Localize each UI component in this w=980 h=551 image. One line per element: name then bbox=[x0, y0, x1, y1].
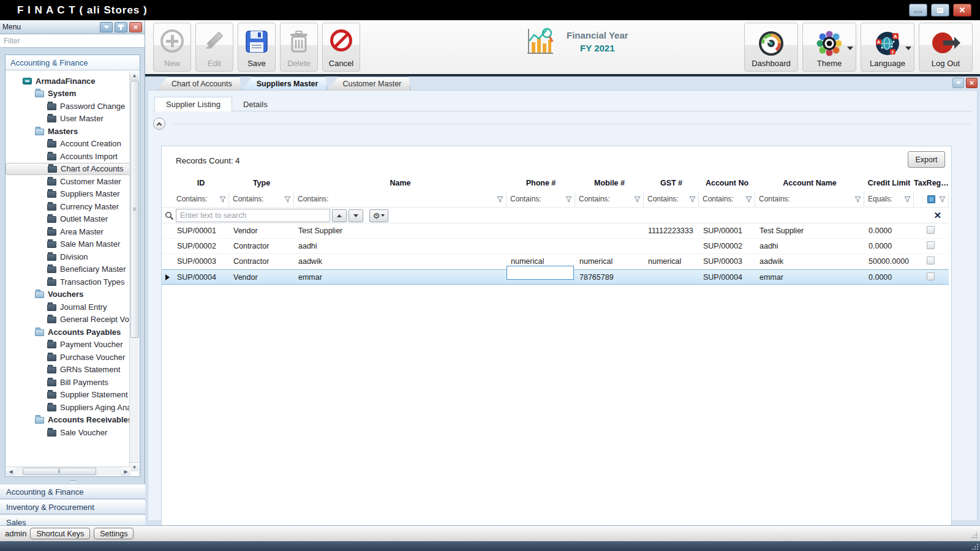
filter-account-no[interactable]: Contains: bbox=[699, 191, 755, 207]
funnel-icon[interactable] bbox=[689, 196, 696, 203]
tree-item[interactable]: Division bbox=[6, 250, 130, 263]
cell-account-no[interactable]: SUP/00003 bbox=[699, 257, 755, 266]
phone-edit-box[interactable] bbox=[507, 266, 574, 280]
tree-item[interactable]: Accounts Payables bbox=[6, 326, 130, 339]
subtab[interactable]: Supplier Listing bbox=[154, 97, 232, 111]
sidebar-splitter[interactable] bbox=[0, 478, 145, 484]
cell-type[interactable]: Contractor bbox=[229, 257, 294, 266]
cell-name[interactable]: aadhi bbox=[294, 242, 507, 250]
tax-filter-checkbox[interactable] bbox=[927, 195, 935, 203]
tree-item[interactable]: Bill Payments bbox=[6, 376, 130, 389]
tree-item[interactable]: Purchase Voucher bbox=[6, 351, 130, 364]
cell-account-name[interactable]: aadwik bbox=[755, 257, 864, 266]
funnel-icon[interactable] bbox=[497, 196, 503, 203]
cell-credit-limit[interactable]: 0.0000 bbox=[864, 227, 914, 235]
tree-horizontal-scrollbar[interactable]: ◀ ▶ bbox=[6, 467, 130, 476]
dropdown-arrow-icon[interactable] bbox=[905, 47, 911, 50]
tree-item[interactable]: Masters bbox=[6, 125, 130, 138]
cell-name[interactable]: aadwik bbox=[294, 257, 507, 266]
filter-id[interactable]: Contains: bbox=[173, 191, 229, 207]
sidebar-panel-header[interactable]: Inventory & Procurement bbox=[0, 500, 145, 514]
tree-vertical-scrollbar[interactable]: ▲ ▼ bbox=[129, 71, 139, 471]
tree-item[interactable]: Accounts Import bbox=[6, 150, 130, 163]
clear-filter-button[interactable]: ✕ bbox=[933, 210, 941, 221]
cell-phone[interactable] bbox=[507, 227, 575, 235]
cell-credit-limit[interactable]: 0.0000 bbox=[864, 273, 914, 282]
cancel-button[interactable]: Cancel bbox=[322, 23, 360, 72]
funnel-icon[interactable] bbox=[939, 196, 946, 203]
cell-name[interactable]: Test Supplier bbox=[294, 227, 507, 235]
scroll-up-button[interactable]: ▲ bbox=[130, 71, 139, 80]
funnel-icon[interactable] bbox=[745, 196, 752, 203]
cell-type[interactable]: Contractor bbox=[229, 242, 294, 250]
scrollbar-thumb[interactable] bbox=[130, 81, 139, 338]
tree-item[interactable]: Beneficiary Master bbox=[6, 263, 130, 276]
funnel-icon[interactable] bbox=[854, 196, 861, 203]
tree-item[interactable]: General Receipt Vou... bbox=[6, 313, 130, 326]
column-header-id[interactable]: ID bbox=[173, 179, 229, 187]
funnel-icon[interactable] bbox=[219, 196, 226, 203]
export-button[interactable]: Export bbox=[908, 151, 945, 168]
cell-credit-limit[interactable]: 50000.0000 bbox=[864, 257, 914, 266]
tree-item[interactable]: Outlet Master bbox=[6, 213, 130, 226]
subtab[interactable]: Details bbox=[232, 97, 279, 111]
filter-gst[interactable]: Contains: bbox=[644, 191, 699, 207]
search-prev-button[interactable] bbox=[332, 209, 347, 222]
search-input[interactable] bbox=[176, 209, 330, 222]
tree-item[interactable]: Suppliers Aging Anal... bbox=[6, 401, 130, 414]
sidebar-panel-header[interactable]: Accounting & Finance bbox=[0, 484, 145, 499]
theme-button[interactable]: Theme bbox=[802, 23, 856, 72]
tree-item[interactable]: Sale Voucher bbox=[6, 426, 130, 439]
tree-item[interactable]: Account Creation bbox=[6, 138, 130, 151]
tree-item[interactable]: Area Master bbox=[6, 225, 130, 238]
cell-mobile[interactable]: 78765789 bbox=[575, 273, 644, 282]
column-header-mobile[interactable]: Mobile # bbox=[575, 179, 644, 187]
new-button[interactable]: New bbox=[153, 23, 191, 72]
cell-id[interactable]: SUP/00001 bbox=[173, 227, 229, 235]
cell-id[interactable]: SUP/00002 bbox=[173, 242, 229, 250]
menu-pin-button[interactable] bbox=[115, 22, 127, 32]
tax-registered-checkbox[interactable] bbox=[927, 257, 935, 264]
search-options-button[interactable]: ⚙ bbox=[369, 209, 388, 222]
dropdown-arrow-icon[interactable] bbox=[847, 47, 853, 50]
filter-credit-limit[interactable]: Equals: bbox=[864, 191, 914, 207]
tree-item[interactable]: Transaction Types bbox=[6, 276, 130, 288]
column-header-credit-limit[interactable]: Credit Limit bbox=[864, 179, 914, 187]
tree-item[interactable]: Sale Man Master bbox=[6, 238, 130, 251]
resize-grip-icon[interactable] bbox=[970, 531, 978, 539]
column-header-name[interactable]: Name bbox=[294, 179, 507, 187]
scroll-down-button[interactable]: ▼ bbox=[130, 462, 139, 471]
filter-mobile[interactable]: Contains: bbox=[575, 191, 644, 207]
filter-name[interactable]: Contains: bbox=[294, 191, 507, 207]
tax-registered-checkbox[interactable] bbox=[927, 272, 935, 280]
cell-phone[interactable] bbox=[507, 242, 575, 250]
funnel-icon[interactable] bbox=[634, 196, 641, 203]
settings-button[interactable]: Settings bbox=[94, 528, 134, 539]
document-tab[interactable]: Chart of Accounts bbox=[157, 77, 241, 90]
filter-tax-registered[interactable] bbox=[914, 191, 949, 207]
cell-gst[interactable]: numerical bbox=[644, 257, 699, 266]
dashboard-button[interactable]: Dashboard bbox=[744, 23, 798, 72]
tree-item[interactable]: System bbox=[6, 88, 130, 100]
tree-item[interactable]: GRNs Statement bbox=[6, 364, 130, 377]
column-header-phone[interactable]: Phone # bbox=[507, 179, 575, 187]
table-row[interactable]: SUP/00004 Vendor emmar 78765789 SUP/0000… bbox=[162, 269, 949, 285]
tab-close-button[interactable]: ✕ bbox=[966, 78, 978, 88]
cell-id[interactable]: SUP/00003 bbox=[173, 257, 229, 266]
cell-account-name[interactable]: aadhi bbox=[755, 242, 864, 250]
document-tab[interactable]: Suppliers Master bbox=[243, 77, 328, 90]
cell-type[interactable]: Vendor bbox=[229, 227, 294, 235]
tree-item[interactable]: Password Change bbox=[6, 100, 130, 113]
close-button[interactable]: ✕ bbox=[953, 4, 971, 17]
menu-filter-input[interactable] bbox=[0, 34, 145, 47]
tree-item[interactable]: Chart of Accounts bbox=[6, 163, 130, 176]
cell-phone[interactable]: numerical bbox=[507, 257, 575, 266]
document-tab[interactable]: Customer Master bbox=[328, 77, 410, 90]
tree-item[interactable]: Accounts Receivables bbox=[6, 414, 130, 427]
cell-name[interactable]: emmar bbox=[294, 273, 507, 282]
filter-type[interactable]: Contains: bbox=[229, 191, 294, 207]
tree-item[interactable]: Currency Master bbox=[6, 200, 130, 213]
maximize-button[interactable] bbox=[931, 4, 949, 17]
cell-account-no[interactable]: SUP/00001 bbox=[699, 227, 755, 235]
tree-item[interactable]: Supplier Statement bbox=[6, 389, 130, 402]
